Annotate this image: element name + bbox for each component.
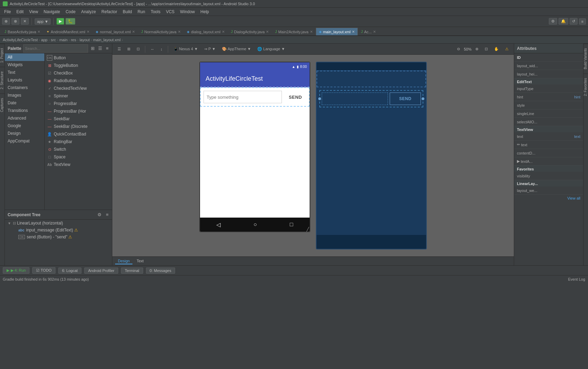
messages-btn[interactable]: 0: Messages	[146, 267, 175, 274]
attr-hint[interactable]: hint hint	[514, 93, 583, 101]
theme-select[interactable]: 🎨 AppTheme ▼	[219, 46, 253, 52]
menu-navigate[interactable]: Navigate	[41, 9, 63, 15]
resize-handle[interactable]: ╱	[305, 227, 310, 232]
tab-close-baseactivity[interactable]: ✕	[37, 30, 40, 34]
tab-text[interactable]: Text	[134, 258, 146, 264]
menu-tools[interactable]: Tools	[148, 9, 163, 15]
terminal-btn[interactable]: Terminal	[121, 267, 143, 274]
palette-item-seekbar-discrete[interactable]: — SeekBar (Discrete	[45, 123, 112, 130]
palette-cat-google[interactable]: Google	[5, 122, 44, 130]
palette-cat-transitions[interactable]: Transitions	[5, 107, 44, 114]
palette-item-button[interactable]: OK Button	[45, 54, 112, 62]
tab-close-mainlayout[interactable]: ✕	[352, 30, 355, 34]
design-view-toggle-list[interactable]: ☰	[115, 46, 123, 52]
tab-close-normalactivity[interactable]: ✕	[178, 30, 181, 34]
design-flip-h[interactable]: ↔	[148, 46, 157, 52]
todo-btn[interactable]: ☑ TODO	[32, 267, 55, 274]
tab-baseactivity[interactable]: J BaseActivity.java ✕	[1, 28, 43, 35]
menu-vcs[interactable]: VCS	[163, 9, 178, 15]
fit-screen[interactable]: ⊡	[482, 46, 490, 52]
tree-edittext[interactable]: abc input_message (EditText) ⚠	[5, 227, 112, 234]
profiler-btn[interactable]: Android Profiler	[84, 267, 118, 274]
toolbar-navigate-back[interactable]: ⊕	[2, 18, 10, 25]
menu-code[interactable]: Code	[63, 9, 78, 15]
palette-item-radiobutton[interactable]: ◉ RadioButton	[45, 77, 112, 85]
attr-contentd[interactable]: contentD...	[514, 149, 583, 157]
attr-id[interactable]: ID	[514, 53, 583, 62]
menu-run[interactable]: Run	[135, 9, 148, 15]
menu-edit[interactable]: Edit	[14, 9, 26, 15]
palette-item-switch[interactable]: ⊙ Switch	[45, 146, 112, 153]
palette-sort-btn[interactable]: ⊞	[90, 45, 95, 52]
breadcrumb-app[interactable]: app	[41, 38, 47, 42]
menu-view[interactable]: View	[26, 9, 41, 15]
tab-close-ac[interactable]: ✕	[373, 30, 376, 34]
tab-close-dialogactivity[interactable]: ✕	[266, 30, 269, 34]
tree-button[interactable]: OK send (Button) - "send" ⚠	[5, 234, 112, 240]
attr-layout-width[interactable]: layout_wid...	[514, 62, 583, 70]
palette-cat-advanced[interactable]: Advanced	[5, 114, 44, 122]
device-select[interactable]: 📱 Nexus 4 ▼	[171, 46, 200, 52]
phone-edittext[interactable]	[204, 91, 282, 103]
toolbar-debug-button[interactable]: 🐛	[66, 18, 75, 25]
component-tree-settings-btn[interactable]: ⚙	[97, 211, 102, 218]
palette-item-quickcontactbadge[interactable]: 👤 QuickContactBad	[45, 130, 112, 138]
palette-search[interactable]	[23, 44, 88, 53]
menu-analyze[interactable]: Analyze	[78, 9, 99, 15]
tab-close-dialoglayout[interactable]: ✕	[222, 30, 225, 34]
palette-cat-text[interactable]: Text	[5, 69, 44, 76]
palette-cat-date[interactable]: Date	[5, 99, 44, 107]
menu-file[interactable]: File	[1, 9, 14, 15]
breadcrumb-layout[interactable]: layout	[79, 38, 89, 42]
attr-visibility[interactable]: visibility	[514, 172, 583, 180]
tab-close-manifest[interactable]: ✕	[87, 30, 89, 34]
vert-tab-favorites[interactable]: 2: Favorites	[583, 73, 588, 100]
palette-item-checkbox[interactable]: ☑ CheckBox	[45, 69, 112, 77]
breadcrumb-file[interactable]: main_layout.xml	[93, 38, 120, 42]
toolbar-settings[interactable]: ⚙	[549, 18, 557, 25]
tab-main2activity[interactable]: J Main2Activity.java ✕	[272, 28, 315, 35]
attr-inputtype[interactable]: inputType	[514, 85, 583, 93]
attr-singleline[interactable]: singleLine	[514, 109, 583, 118]
toolbar-close-file[interactable]: ✕	[21, 18, 29, 25]
palette-item-togglebutton[interactable]: ⊠ ToggleButton	[45, 62, 112, 69]
attr-selectallo[interactable]: selectAllO...	[514, 118, 583, 126]
tab-normalactivity[interactable]: J NormalActivity.java ✕	[138, 28, 184, 35]
component-tree-more-btn[interactable]: ≡	[105, 211, 109, 218]
palette-cat-images[interactable]: Images	[5, 91, 44, 99]
tab-dialoglayout[interactable]: ◈ dialog_layout.xml ✕	[184, 28, 228, 35]
api-level-select[interactable]: ⇒ P ▼	[202, 46, 218, 52]
palette-item-textview[interactable]: Ab TextView	[45, 161, 112, 168]
palette-item-seekbar[interactable]: — SeekBar	[45, 115, 112, 123]
menu-refactor[interactable]: Refactor	[99, 9, 120, 15]
palette-cat-all[interactable]: All	[5, 53, 44, 61]
toolbar-refresh[interactable]: ↺	[570, 18, 578, 25]
vert-tab-build-variants[interactable]: Build Variants	[583, 44, 588, 73]
breadcrumb-project[interactable]: ActivityLifeCircleTest	[3, 38, 38, 42]
attr-layout-we[interactable]: layout_we...	[514, 186, 583, 195]
tab-androidmanifest[interactable]: ✦ AndroidManifest.xml ✕	[43, 28, 93, 35]
palette-item-space[interactable]: □ Space	[45, 153, 112, 161]
palette-cat-containers[interactable]: Containers	[5, 84, 44, 91]
palette-cat-design[interactable]: Design	[5, 130, 44, 137]
pan-tool[interactable]: ✋	[492, 46, 501, 52]
attr-layout-height[interactable]: layout_hei...	[514, 70, 583, 78]
design-flip-v[interactable]: ↕	[158, 46, 165, 52]
recents-nav-icon[interactable]: □	[290, 221, 293, 228]
attr-text-2[interactable]: ✏ text	[514, 141, 583, 149]
tab-mainlayout[interactable]: ◈ main_layout.xml ✕	[316, 28, 358, 35]
zoom-out[interactable]: ⊖	[455, 46, 462, 52]
attr-text-1[interactable]: text text	[514, 132, 583, 141]
palette-item-progressbar-hor[interactable]: — ProgressBar (Hor	[45, 107, 112, 115]
palette-item-ratingbar[interactable]: ★ RatingBar	[45, 138, 112, 146]
phone-content[interactable]: SEND	[200, 87, 310, 107]
tab-design[interactable]: Design	[115, 258, 132, 264]
zoom-in[interactable]: ⊕	[473, 46, 481, 52]
breadcrumb-src[interactable]: src	[51, 38, 56, 42]
menu-help[interactable]: Help	[198, 9, 212, 15]
toolbar-more[interactable]: ≡	[579, 18, 586, 25]
back-nav-icon[interactable]: ◁	[216, 221, 220, 228]
vert-tab-structure[interactable]: 2: Structure	[0, 67, 5, 94]
breadcrumb-res[interactable]: res	[71, 38, 76, 42]
palette-item-spinner[interactable]: ≡ Spinner	[45, 92, 112, 100]
